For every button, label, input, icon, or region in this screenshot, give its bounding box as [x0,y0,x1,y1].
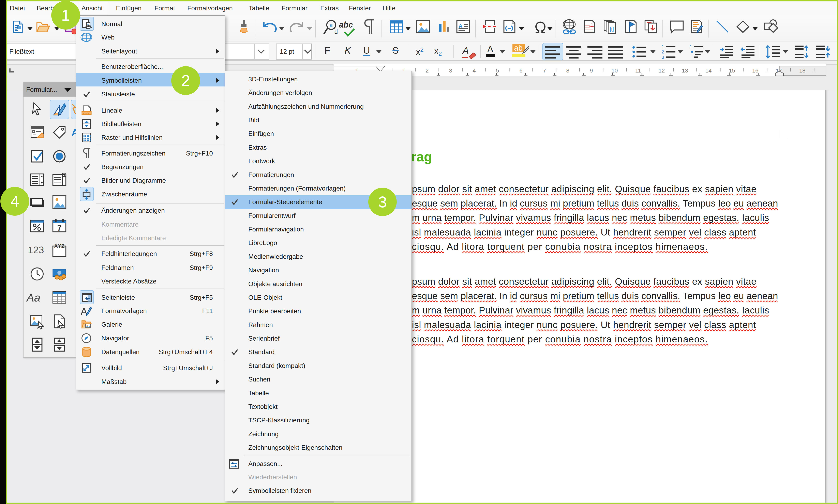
svg-text:1: 1 [690,44,692,49]
svg-text:2: 2 [662,49,664,54]
svg-text:a: a [330,22,332,28]
svg-text:d: d [335,28,338,35]
svg-text:7: 7 [57,224,62,232]
svg-text:[i]: [i] [610,26,614,32]
svg-text:XYZ: XYZ [54,243,65,249]
svg-text:1: 1 [662,44,664,49]
svg-text:A: A [459,23,463,29]
svg-text:3: 3 [662,55,664,60]
